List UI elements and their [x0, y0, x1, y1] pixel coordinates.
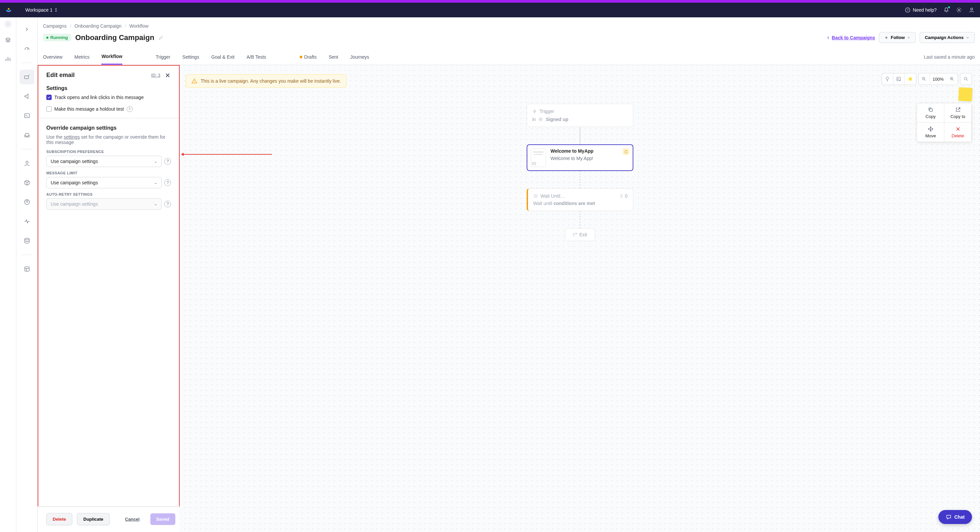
- delete-button[interactable]: Delete: [46, 513, 72, 525]
- sticky-icon: [908, 76, 913, 82]
- holdout-row[interactable]: Make this message a holdout test ?: [46, 106, 171, 112]
- svg-point-19: [539, 118, 542, 121]
- tab-journeys[interactable]: Journeys: [350, 50, 369, 64]
- subrail-objects[interactable]: [20, 175, 34, 190]
- status-badge: Running: [43, 33, 72, 41]
- holdout-help[interactable]: ?: [127, 106, 133, 112]
- sticky-note[interactable]: [958, 87, 972, 101]
- bars-icon: [5, 55, 11, 62]
- tool-hints[interactable]: [882, 73, 893, 84]
- auto-retry-help[interactable]: ?: [164, 201, 171, 207]
- duplicate-button[interactable]: Duplicate: [77, 513, 110, 525]
- rail-layers[interactable]: [5, 37, 11, 43]
- node-copy[interactable]: Copy: [917, 104, 944, 123]
- panel-close-button[interactable]: [164, 72, 171, 79]
- msg-limit-help[interactable]: ?: [164, 179, 171, 186]
- x-icon: [955, 126, 961, 132]
- subrail-broadcasts[interactable]: [20, 89, 34, 104]
- sub-pref-help[interactable]: ?: [164, 158, 171, 165]
- bell-icon: [943, 7, 949, 13]
- node-delete[interactable]: Delete: [944, 123, 972, 142]
- edit-title-icon[interactable]: [158, 35, 164, 40]
- chevron-down-icon: ⌄: [154, 159, 158, 164]
- exit-node[interactable]: Exit: [565, 228, 595, 241]
- help-label: Need help?: [913, 7, 937, 13]
- workspace-switcher[interactable]: Workspace 1: [25, 7, 58, 13]
- settings-heading: Settings: [46, 85, 171, 91]
- tabs: Overview Metrics Workflow Trigger Settin…: [38, 49, 980, 65]
- zoom-in-button[interactable]: [947, 73, 958, 84]
- breadcrumb-campaigns[interactable]: Campaigns: [43, 23, 67, 29]
- subrail-expand[interactable]: [20, 22, 34, 37]
- tab-sent[interactable]: Sent: [329, 50, 338, 64]
- rail-analytics[interactable]: [5, 55, 11, 62]
- campaign-actions-button[interactable]: Campaign Actions: [920, 32, 975, 43]
- tab-overview[interactable]: Overview: [43, 50, 62, 64]
- profile-button[interactable]: [969, 7, 975, 13]
- tab-workflow[interactable]: Workflow: [101, 49, 123, 65]
- tab-trigger[interactable]: Trigger: [156, 50, 170, 64]
- panel-id-link[interactable]: ID: 3: [151, 73, 160, 78]
- holdout-label: Make this message a holdout test: [54, 106, 124, 111]
- email-node[interactable]: Welcome to MyApp Welcome to My App!: [527, 144, 633, 171]
- user-circle-icon: [24, 199, 30, 205]
- saved-button[interactable]: Saved: [150, 513, 175, 525]
- svg-point-4: [970, 8, 973, 10]
- panel-footer: Delete Duplicate Cancel Saved: [38, 507, 180, 532]
- auto-retry-select[interactable]: Use campaign settings ⌄: [46, 198, 162, 210]
- tab-goal-exit[interactable]: Goal & Exit: [212, 50, 235, 64]
- back-to-campaigns-link[interactable]: Back to Campaigns: [826, 35, 875, 40]
- svg-point-20: [540, 119, 542, 120]
- svg-point-8: [24, 200, 29, 205]
- subrail-content[interactable]: [20, 262, 34, 276]
- sub-pref-select[interactable]: Use campaign settings ⌄: [46, 156, 162, 167]
- tab-settings[interactable]: Settings: [182, 50, 199, 64]
- annotation-arrow: [182, 154, 272, 155]
- main-content: Campaigns / Onboarding Campaign / Workfl…: [38, 18, 980, 532]
- subrail-activity[interactable]: [20, 214, 34, 229]
- track-opens-row[interactable]: Track opens and link clicks in this mess…: [46, 95, 171, 100]
- override-description: Use the settings set for the campaign or…: [46, 134, 171, 145]
- search-canvas-button[interactable]: [960, 73, 972, 84]
- notifications-button[interactable]: [943, 7, 949, 13]
- svg-point-3: [958, 10, 960, 11]
- chevron-left-icon: [826, 36, 830, 40]
- external-icon: [955, 107, 961, 113]
- cancel-button[interactable]: Cancel: [119, 513, 146, 525]
- settings-button[interactable]: [956, 7, 962, 13]
- tab-drafts[interactable]: Drafts: [300, 50, 317, 64]
- track-opens-checkbox[interactable]: [46, 95, 52, 100]
- move-icon: [928, 126, 934, 132]
- inbox-icon: [24, 132, 30, 139]
- tab-ab-tests[interactable]: A/B Tests: [247, 50, 266, 64]
- subrail-campaigns[interactable]: [20, 70, 34, 84]
- subrail-deliveries[interactable]: [20, 127, 34, 142]
- email-node-subject: Welcome to My App!: [550, 156, 629, 161]
- tab-metrics[interactable]: Metrics: [74, 50, 89, 64]
- follow-button[interactable]: Follow: [879, 32, 916, 43]
- tool-image[interactable]: [893, 73, 905, 84]
- msg-limit-select[interactable]: Use campaign settings ⌄: [46, 177, 162, 188]
- subrail-dashboard[interactable]: [20, 41, 34, 56]
- breadcrumb-campaign[interactable]: Onboarding Campaign: [75, 23, 122, 29]
- node-copy-to[interactable]: Copy to: [944, 104, 972, 123]
- zoom-out-button[interactable]: [919, 73, 930, 84]
- override-heading: Override campaign settings: [46, 125, 171, 131]
- chat-widget[interactable]: Chat: [938, 510, 972, 524]
- settings-link[interactable]: settings: [64, 134, 80, 140]
- rail-send[interactable]: [5, 21, 11, 27]
- wait-node[interactable]: Wait Until… 0 Wait until conditions are …: [527, 188, 633, 211]
- email-node-badge: [623, 148, 629, 155]
- help-link[interactable]: ? Need help?: [905, 7, 937, 13]
- tool-note[interactable]: [905, 73, 916, 84]
- subrail-segments[interactable]: [20, 195, 34, 209]
- trigger-node[interactable]: Trigger in Signed up: [527, 104, 633, 127]
- holdout-checkbox[interactable]: [46, 106, 52, 111]
- app-logo: [5, 7, 12, 13]
- node-move[interactable]: Move: [917, 123, 944, 142]
- subrail-transactional[interactable]: [20, 108, 34, 123]
- workflow-canvas[interactable]: This is a live campaign. Any changes you…: [180, 65, 980, 532]
- subrail-people[interactable]: [20, 156, 34, 170]
- subrail-data[interactable]: [20, 233, 34, 248]
- envelope-icon: [532, 161, 536, 166]
